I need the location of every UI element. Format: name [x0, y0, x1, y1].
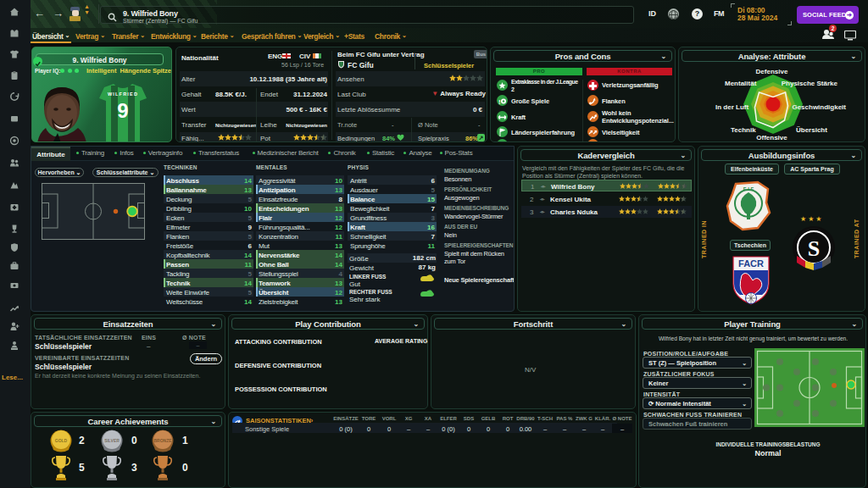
- svg-text:!: !: [498, 98, 501, 106]
- svg-text:SILVER: SILVER: [104, 438, 120, 443]
- svg-text:GOLD: GOLD: [55, 438, 68, 443]
- svg-text:FACR: FACR: [738, 258, 764, 269]
- svg-text:9: 9: [117, 99, 128, 122]
- svg-text:WILFRIED: WILFRIED: [108, 92, 138, 97]
- svg-text:S: S: [808, 236, 820, 261]
- svg-text:F I F: F I F: [743, 186, 754, 191]
- svg-text:BRONZE: BRONZE: [153, 438, 172, 443]
